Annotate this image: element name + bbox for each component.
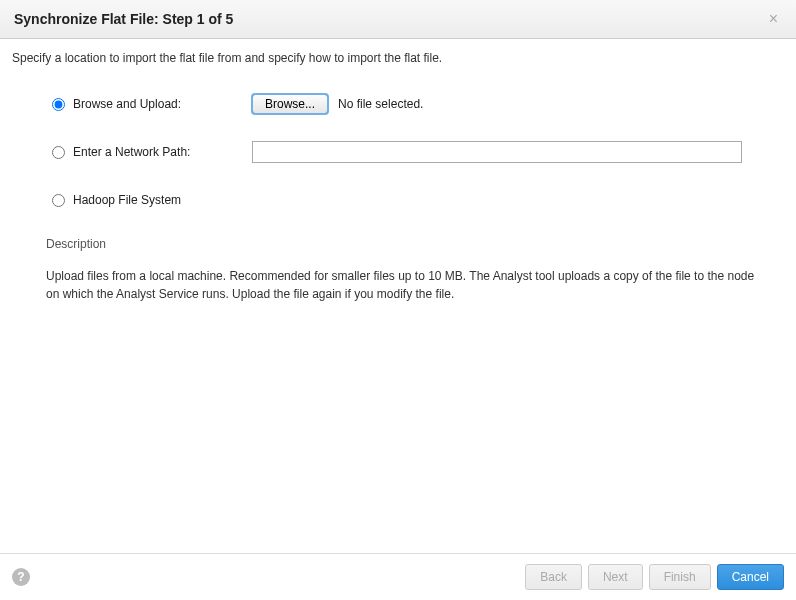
cancel-button[interactable]: Cancel — [717, 564, 784, 590]
help-icon[interactable]: ? — [12, 568, 30, 586]
radio-network-path[interactable] — [52, 146, 65, 159]
dialog-footer: ? Back Next Finish Cancel — [0, 553, 796, 600]
footer-buttons: Back Next Finish Cancel — [525, 564, 784, 590]
dialog-title: Synchronize Flat File: Step 1 of 5 — [14, 11, 233, 27]
radio-browse-upload[interactable] — [52, 98, 65, 111]
dialog-header: Synchronize Flat File: Step 1 of 5 × — [0, 0, 796, 39]
option-network-path-label: Enter a Network Path: — [73, 145, 190, 159]
option-browse-upload-row: Browse and Upload: Browse... No file sel… — [52, 93, 786, 115]
option-hadoop-row: Hadoop File System — [52, 189, 786, 211]
instruction-text: Specify a location to import the flat fi… — [10, 51, 786, 65]
file-status-text: No file selected. — [338, 97, 423, 111]
option-hadoop-label: Hadoop File System — [73, 193, 181, 207]
description-body: Upload files from a local machine. Recom… — [46, 267, 766, 303]
option-browse-upload-label: Browse and Upload: — [73, 97, 181, 111]
back-button[interactable]: Back — [525, 564, 582, 590]
description-heading: Description — [46, 237, 776, 251]
next-button[interactable]: Next — [588, 564, 643, 590]
option-browse-upload[interactable]: Browse and Upload: — [52, 97, 252, 111]
description-section: Description Upload files from a local ma… — [10, 237, 786, 303]
option-network-path-row: Enter a Network Path: — [52, 141, 786, 163]
close-icon[interactable]: × — [765, 10, 782, 28]
network-path-input[interactable] — [252, 141, 742, 163]
import-options: Browse and Upload: Browse... No file sel… — [10, 93, 786, 211]
radio-hadoop[interactable] — [52, 194, 65, 207]
browse-button[interactable]: Browse... — [252, 94, 328, 114]
dialog-body: Specify a location to import the flat fi… — [0, 39, 796, 315]
option-network-path[interactable]: Enter a Network Path: — [52, 145, 252, 159]
finish-button[interactable]: Finish — [649, 564, 711, 590]
option-hadoop[interactable]: Hadoop File System — [52, 193, 252, 207]
